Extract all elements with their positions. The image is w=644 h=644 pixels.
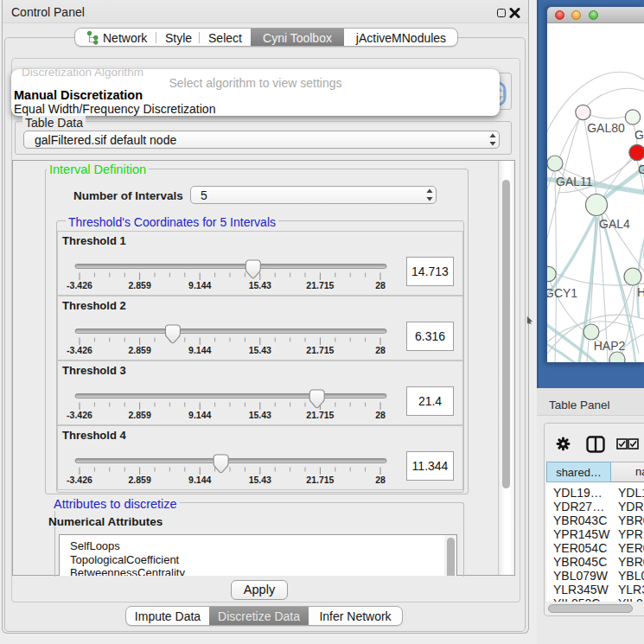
svg-text:2.859: 2.859: [128, 475, 150, 485]
svg-text:9.144: 9.144: [188, 280, 211, 290]
svg-text:21.715: 21.715: [306, 345, 334, 355]
svg-text:15.43: 15.43: [249, 410, 271, 420]
svg-text:2.859: 2.859: [128, 410, 150, 420]
svg-text:15.43: 15.43: [249, 475, 271, 485]
svg-text:GAL…: GAL…: [634, 128, 644, 142]
svg-text:GAL11: GAL11: [556, 175, 593, 188]
svg-text:GAL4: GAL4: [599, 217, 630, 231]
svg-text:HA: HA: [637, 285, 644, 299]
svg-text:-3.426: -3.426: [67, 475, 92, 485]
svg-text:28: 28: [375, 345, 386, 355]
svg-text:21.715: 21.715: [306, 280, 334, 290]
svg-text:9.144: 9.144: [188, 410, 211, 420]
svg-text:28: 28: [375, 410, 386, 420]
svg-text:-3.426: -3.426: [67, 280, 92, 290]
svg-text:2.859: 2.859: [128, 345, 150, 355]
svg-text:21.715: 21.715: [306, 475, 334, 485]
svg-text:21.715: 21.715: [306, 410, 334, 420]
svg-text:GA: GA: [638, 163, 644, 176]
svg-text:HAP2: HAP2: [594, 339, 626, 353]
svg-text:-3.426: -3.426: [67, 410, 92, 420]
svg-text:2.859: 2.859: [128, 280, 150, 290]
svg-text:GAL80: GAL80: [587, 121, 625, 135]
svg-text:9.144: 9.144: [188, 475, 211, 485]
svg-text:GCY1: GCY1: [547, 286, 577, 300]
svg-text:15.43: 15.43: [249, 280, 271, 290]
svg-text:28: 28: [375, 475, 386, 485]
svg-text:-3.426: -3.426: [67, 345, 92, 355]
svg-text:9.144: 9.144: [188, 345, 211, 355]
svg-text:15.43: 15.43: [249, 345, 271, 355]
svg-text:28: 28: [375, 280, 386, 290]
